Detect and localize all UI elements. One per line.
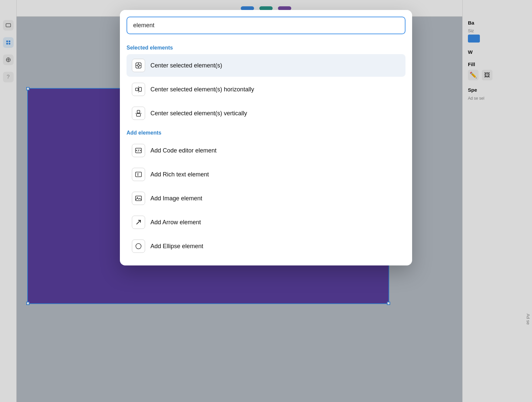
command-label-add-image: Add Image element — [150, 195, 202, 202]
search-wrapper — [120, 10, 412, 40]
svg-point-27 — [136, 244, 141, 249]
command-item-center-horizontal[interactable]: Center selected element(s) horizontally — [127, 78, 405, 101]
command-item-center-vertical[interactable]: Center selected element(s) vertically — [127, 102, 405, 125]
center-selected-icon — [132, 59, 145, 72]
svg-rect-15 — [139, 87, 141, 91]
command-label-add-code-editor: Add Code editor element — [150, 147, 217, 154]
svg-rect-14 — [135, 88, 138, 91]
command-item-add-rich-text[interactable]: T Add Rich text element — [127, 163, 405, 186]
command-label-center-selected: Center selected element(s) — [150, 62, 222, 69]
modal-overlay: Selected elements Center selected elemen… — [0, 0, 532, 402]
arrow-element-icon — [132, 216, 145, 229]
image-element-icon — [132, 192, 145, 205]
modal-results: Selected elements Center selected elemen… — [120, 40, 412, 265]
search-input[interactable] — [127, 17, 405, 34]
command-label-add-ellipse: Add Ellipse element — [150, 243, 203, 250]
center-horizontal-icon — [132, 83, 145, 96]
command-label-add-rich-text: Add Rich text element — [150, 171, 209, 178]
command-item-add-ellipse[interactable]: Add Ellipse element — [127, 235, 405, 257]
svg-rect-18 — [136, 114, 140, 116]
command-item-add-image[interactable]: Add Image element — [127, 187, 405, 210]
command-item-center-selected[interactable]: Center selected element(s) — [127, 54, 405, 77]
command-palette-modal: Selected elements Center selected elemen… — [120, 10, 412, 265]
command-item-add-arrow[interactable]: Add Arrow element — [127, 211, 405, 234]
command-item-add-code-editor[interactable]: Add Code editor element — [127, 139, 405, 162]
svg-rect-17 — [137, 110, 140, 113]
svg-point-9 — [137, 64, 139, 66]
svg-line-26 — [136, 220, 140, 224]
code-editor-icon — [132, 144, 145, 157]
command-label-add-arrow: Add Arrow element — [150, 219, 201, 226]
command-label-center-horizontal: Center selected element(s) horizontally — [150, 86, 254, 93]
svg-line-21 — [138, 150, 139, 151]
svg-text:T: T — [137, 173, 139, 176]
section-header-add-elements: Add elements — [127, 130, 405, 136]
command-label-center-vertical: Center selected element(s) vertically — [150, 110, 247, 117]
ellipse-element-icon — [132, 240, 145, 253]
svg-rect-24 — [135, 196, 141, 201]
section-header-selected-elements: Selected elements — [127, 45, 405, 51]
center-vertical-icon — [132, 107, 145, 120]
rich-text-icon: T — [132, 168, 145, 181]
